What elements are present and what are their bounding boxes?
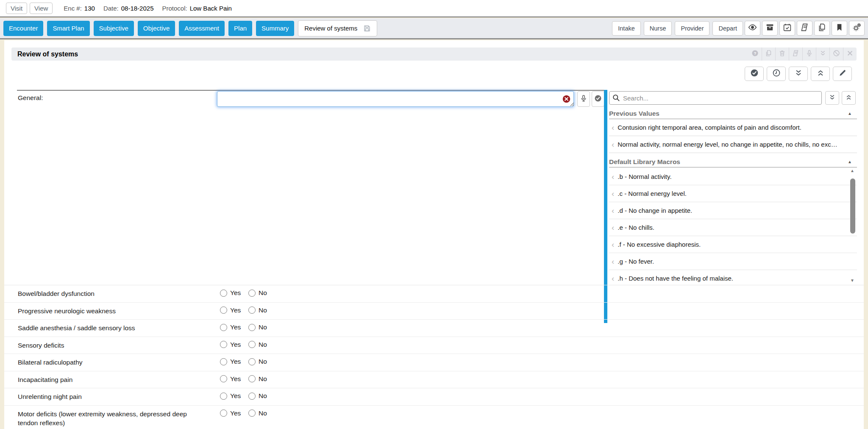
macro-item[interactable]: ‹ .e - No chills.: [609, 219, 857, 236]
section-tab[interactable]: Smart Plan: [47, 21, 89, 36]
stage-button[interactable]: Provider: [675, 21, 709, 36]
scroll-up-icon[interactable]: ▲: [850, 168, 854, 173]
library-button[interactable]: [789, 47, 802, 61]
tab-review-of-systems[interactable]: Review of systems: [298, 20, 377, 36]
section-tab[interactable]: Objective: [138, 21, 175, 36]
accept-general-button[interactable]: [592, 91, 604, 107]
no-radio-group[interactable]: No: [248, 410, 267, 417]
copy-icon: [765, 50, 772, 58]
yes-radio-group[interactable]: Yes: [220, 341, 241, 348]
yes-radio-group[interactable]: Yes: [220, 410, 241, 417]
section-tab[interactable]: Encounter: [3, 21, 43, 36]
previous-values-header[interactable]: Previous Values ▲: [609, 108, 857, 119]
macro-item[interactable]: ‹ .f - No excessive diaphoresis.: [609, 236, 857, 253]
no-radio-group[interactable]: No: [248, 289, 267, 297]
calendar-check-button[interactable]: [779, 21, 795, 36]
no-radio[interactable]: [248, 341, 256, 348]
no-radio-group[interactable]: No: [248, 341, 267, 348]
general-field: [217, 91, 574, 107]
dictate-general-button[interactable]: [577, 91, 590, 107]
yes-radio-group[interactable]: Yes: [220, 289, 241, 297]
collapse-button[interactable]: [816, 47, 829, 61]
section-tab[interactable]: Plan: [228, 21, 252, 36]
macro-item[interactable]: ‹ .h - Does not have the feeling of mala…: [609, 270, 857, 283]
previous-value-item[interactable]: ‹ Normal activity, normal energy level, …: [609, 136, 857, 153]
section-tab[interactable]: Subjective: [94, 21, 134, 36]
no-radio[interactable]: [248, 358, 256, 365]
no-radio[interactable]: [248, 290, 256, 297]
cancel-button[interactable]: [829, 47, 843, 61]
view-button[interactable]: View: [30, 3, 53, 14]
no-radio-group[interactable]: No: [248, 306, 267, 314]
active-tab-label: Review of systems: [304, 25, 357, 32]
no-radio-group[interactable]: No: [248, 323, 267, 331]
help-button[interactable]: ?: [748, 47, 762, 61]
microphone-icon: [806, 50, 813, 58]
eye-button[interactable]: [745, 21, 760, 36]
macro-item[interactable]: ‹ .g - No fever.: [609, 253, 857, 270]
form-toolbar: [745, 67, 852, 81]
no-radio-group[interactable]: No: [248, 375, 267, 383]
trash-icon: [779, 50, 786, 58]
scrollbar-thumb[interactable]: [850, 178, 855, 234]
no-radio-group[interactable]: No: [248, 358, 267, 365]
previous-value-item[interactable]: ‹ Contusion right temporal area, complai…: [609, 119, 857, 136]
check-circle-icon: [594, 95, 602, 104]
section-tab[interactable]: Summary: [256, 21, 294, 36]
macro-item[interactable]: ‹ .b - Normal activity.: [609, 168, 857, 185]
copy-note-button[interactable]: [762, 47, 775, 61]
expand-all-button[interactable]: [789, 67, 808, 81]
yes-radio[interactable]: [220, 393, 227, 400]
no-radio[interactable]: [248, 306, 256, 314]
general-input[interactable]: [217, 91, 574, 107]
section-tab[interactable]: Assessment: [179, 21, 225, 36]
no-radio-group[interactable]: No: [248, 392, 267, 400]
macros-scrollbar[interactable]: ▲ ▼: [850, 168, 856, 283]
visit-button[interactable]: Visit: [6, 3, 27, 14]
yes-radio[interactable]: [220, 410, 227, 417]
macro-item[interactable]: ‹ .c - Normal energy level.: [609, 185, 857, 202]
archive-button[interactable]: [762, 21, 778, 36]
no-radio[interactable]: [248, 393, 256, 400]
pencil-icon: [838, 69, 847, 79]
yes-radio-group[interactable]: Yes: [220, 392, 241, 400]
yes-radio[interactable]: [220, 324, 227, 331]
yes-radio-group[interactable]: Yes: [220, 375, 241, 383]
protocol-label: Protocol:: [162, 5, 187, 12]
bookmark-button[interactable]: [832, 21, 847, 36]
yes-radio[interactable]: [220, 375, 227, 382]
delete-button[interactable]: [775, 47, 789, 61]
yes-radio-group[interactable]: Yes: [220, 358, 241, 365]
journal-button[interactable]: [797, 21, 812, 36]
no-radio[interactable]: [248, 410, 256, 417]
history-button[interactable]: [767, 67, 786, 81]
macros-header[interactable]: Default Library Macros ▲: [609, 156, 857, 167]
collapse-all-button[interactable]: [811, 67, 830, 81]
yes-radio[interactable]: [220, 290, 227, 297]
sidebar-expand-button[interactable]: [825, 91, 839, 105]
search-input[interactable]: [609, 91, 822, 105]
scroll-down-icon[interactable]: ▼: [850, 278, 854, 283]
copy-button[interactable]: [814, 21, 830, 36]
settings-button[interactable]: [849, 21, 865, 36]
yes-label: Yes: [230, 358, 241, 365]
no-radio[interactable]: [248, 375, 256, 382]
yes-radio[interactable]: [220, 341, 227, 348]
edit-button[interactable]: [833, 67, 852, 81]
sidebar-collapse-button[interactable]: [842, 91, 856, 105]
yes-radio[interactable]: [220, 306, 227, 314]
macro-item[interactable]: ‹ .d - No change in appetite.: [609, 202, 857, 219]
copy-icon: [818, 23, 826, 33]
mark-normal-button[interactable]: [745, 67, 764, 81]
double-chevron-up-icon: [816, 69, 825, 79]
resize-handle[interactable]: [570, 101, 575, 109]
yes-radio-group[interactable]: Yes: [220, 323, 241, 331]
yes-radio[interactable]: [220, 358, 227, 365]
close-button[interactable]: [843, 47, 857, 61]
stage-button[interactable]: Nurse: [644, 21, 672, 36]
stage-button[interactable]: Depart: [712, 21, 743, 36]
dictate-button[interactable]: [802, 47, 816, 61]
stage-button[interactable]: Intake: [612, 21, 641, 36]
no-radio[interactable]: [248, 324, 256, 331]
yes-radio-group[interactable]: Yes: [220, 306, 241, 314]
